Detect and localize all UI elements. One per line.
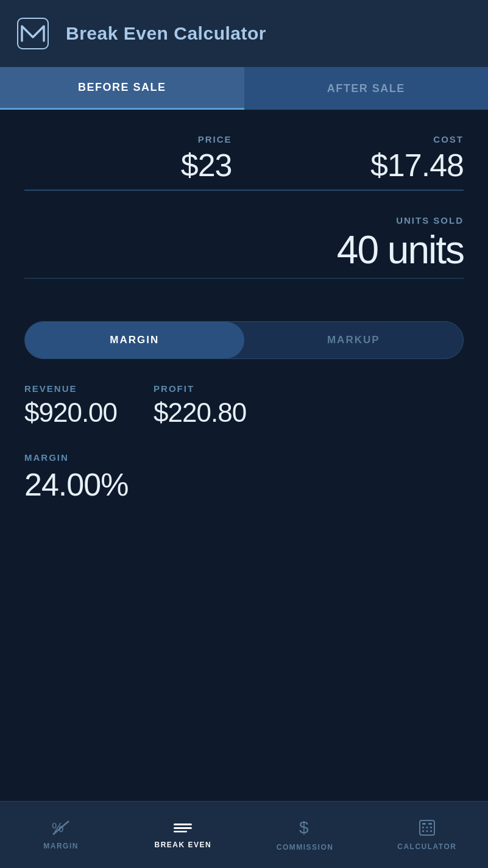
price-value[interactable]: $23 <box>181 149 232 181</box>
margin-markup-toggle-row: MARGIN MARKUP <box>24 321 464 359</box>
break-even-nav-icon <box>172 821 193 837</box>
nav-item-calculator[interactable]: CALCULATOR <box>366 802 488 868</box>
units-sold-label: UNITS SOLD <box>396 215 464 226</box>
break-even-nav-label: BREAK EVEN <box>155 841 212 849</box>
tab-bar: BEFORE SALE AFTER SALE <box>0 67 488 110</box>
svg-rect-11 <box>426 827 428 828</box>
price-label: PRICE <box>198 134 232 144</box>
margin-markup-toggle[interactable]: MARGIN MARKUP <box>24 321 464 359</box>
svg-rect-5 <box>174 831 187 833</box>
nav-item-margin[interactable]: % MARGIN <box>0 802 122 868</box>
price-cost-divider <box>24 190 464 191</box>
cost-group: COST $17.48 <box>244 134 464 181</box>
main-content: PRICE $23 COST $17.48 UNITS SOLD 40 unit… <box>0 110 488 801</box>
profit-group: PROFIT $220.80 <box>154 383 246 428</box>
margin-result-value: 24.00% <box>24 466 464 503</box>
nav-item-commission[interactable]: $ COMMISSION <box>244 802 366 868</box>
price-group: PRICE $23 <box>24 134 244 181</box>
svg-rect-3 <box>174 824 192 825</box>
nav-item-break-even[interactable]: BREAK EVEN <box>122 802 244 868</box>
svg-rect-14 <box>426 830 428 832</box>
svg-text:$: $ <box>299 819 309 837</box>
tab-before-sale[interactable]: BEFORE SALE <box>0 67 244 110</box>
bottom-navigation: % MARGIN BREAK EVEN $ COMMISSION <box>0 801 488 868</box>
units-sold-group: UNITS SOLD 40 units <box>24 215 464 269</box>
revenue-group: REVENUE $920.00 <box>24 383 117 428</box>
tab-after-sale[interactable]: AFTER SALE <box>244 67 489 110</box>
commission-nav-icon: $ <box>297 819 314 839</box>
margin-result-label: MARGIN <box>24 452 464 463</box>
profit-label: PROFIT <box>154 383 246 394</box>
header-title: Break Even Calculator <box>66 23 266 44</box>
revenue-value: $920.00 <box>24 397 117 428</box>
calculator-nav-icon <box>418 819 436 839</box>
svg-rect-10 <box>422 827 424 828</box>
toggle-margin[interactable]: MARGIN <box>25 322 244 358</box>
cost-label: COST <box>433 134 464 144</box>
app-header: Break Even Calculator <box>0 0 488 67</box>
revenue-profit-row: REVENUE $920.00 PROFIT $220.80 <box>24 383 464 428</box>
price-cost-row: PRICE $23 COST $17.48 <box>24 134 464 181</box>
svg-rect-8 <box>422 823 426 825</box>
toggle-markup[interactable]: MARKUP <box>244 322 464 358</box>
app-logo <box>15 15 51 52</box>
margin-result-group: MARGIN 24.00% <box>24 452 464 503</box>
svg-rect-12 <box>430 827 432 828</box>
margin-nav-icon: % <box>52 820 70 838</box>
svg-rect-13 <box>422 830 424 832</box>
revenue-label: REVENUE <box>24 383 117 394</box>
units-divider <box>24 278 464 279</box>
commission-nav-label: COMMISSION <box>277 843 334 852</box>
svg-rect-9 <box>428 823 432 825</box>
svg-rect-15 <box>430 830 432 832</box>
calculator-nav-label: CALCULATOR <box>397 842 456 851</box>
profit-value: $220.80 <box>154 397 246 428</box>
svg-rect-4 <box>174 827 192 829</box>
units-sold-value[interactable]: 40 units <box>337 230 464 269</box>
cost-value[interactable]: $17.48 <box>370 149 464 181</box>
margin-nav-label: MARGIN <box>43 842 79 850</box>
